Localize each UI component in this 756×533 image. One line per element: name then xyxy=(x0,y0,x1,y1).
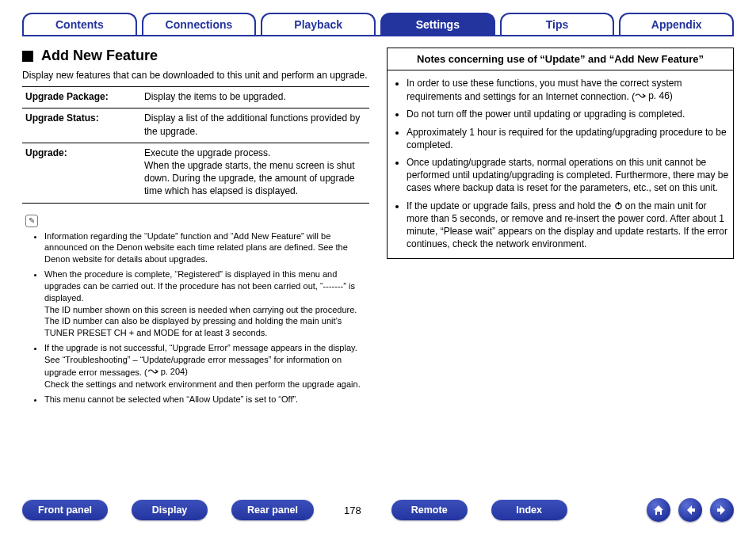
footer: Front panel Display Rear panel 178 Remot… xyxy=(22,482,734,533)
rear-panel-button[interactable]: Rear panel xyxy=(231,500,314,520)
row-upgrade: Upgrade: Execute the upgrade process. Wh… xyxy=(22,143,369,203)
desc-upgrade: Execute the upgrade process. When the up… xyxy=(141,143,369,203)
arrow-left-icon xyxy=(684,504,697,516)
home-icon xyxy=(652,504,665,516)
note-text: Once updating/upgrade starts, normal ope… xyxy=(407,157,728,193)
list-item: Do not turn off the power until updating… xyxy=(407,108,730,120)
notes-box-list: In order to use these functions, you mus… xyxy=(388,77,730,250)
page-ref-text: p. 46) xyxy=(648,89,673,102)
section-title: Add New Feature xyxy=(41,48,158,64)
row-upgrade-package: Upgrade Package: Display the items to be… xyxy=(22,87,369,109)
note-text: When the procedure is complete, “Registe… xyxy=(44,269,355,303)
note-icon: ✎ xyxy=(25,215,38,227)
term-upgrade: Upgrade: xyxy=(22,143,141,203)
display-button[interactable]: Display xyxy=(132,500,208,520)
note-text: Approximately 1 hour is required for the… xyxy=(407,127,727,150)
note-text: Information regarding the “Update” funct… xyxy=(44,231,348,265)
list-item: This menu cannot be selected when “Allow… xyxy=(44,394,369,405)
next-page-button[interactable] xyxy=(710,498,734,522)
desc-upgrade-package: Display the items to be upgraded. xyxy=(141,87,369,109)
note-text: If the upgrade is not successful, “Upgra… xyxy=(44,343,357,377)
term-upgrade-status: Upgrade Status: xyxy=(22,109,141,143)
list-item: If the update or upgrade fails, press an… xyxy=(407,200,730,251)
tab-settings[interactable]: Settings xyxy=(380,13,495,35)
left-notes-list: Information regarding the “Update” funct… xyxy=(22,230,369,405)
tab-playback[interactable]: Playback xyxy=(261,13,376,35)
list-item: Information regarding the “Update” funct… xyxy=(44,230,369,266)
page-ref-link[interactable]: p. 46) xyxy=(635,89,673,102)
list-item: When the procedure is complete, “Registe… xyxy=(44,268,369,339)
page-number: 178 xyxy=(338,504,368,516)
note-text: The ID number shown on this screen is ne… xyxy=(44,304,369,316)
front-panel-button[interactable]: Front panel xyxy=(22,500,108,520)
tab-contents[interactable]: Contents xyxy=(22,13,137,35)
tab-appendix[interactable]: Appendix xyxy=(619,13,734,35)
definitions-table: Upgrade Package: Display the items to be… xyxy=(22,86,369,203)
list-item: Approximately 1 hour is required for the… xyxy=(407,126,730,151)
top-tabs: Contents Connections Playback Settings T… xyxy=(22,13,734,36)
row-upgrade-status: Upgrade Status: Display a list of the ad… xyxy=(22,109,369,143)
power-icon xyxy=(614,200,623,209)
remote-button[interactable]: Remote xyxy=(391,500,468,520)
note-text: The ID number can also be displayed by p… xyxy=(44,315,369,339)
list-item: If the upgrade is not successful, “Upgra… xyxy=(44,342,369,390)
home-button[interactable] xyxy=(647,498,670,522)
notes-box-heading: Notes concerning use of “Update” and “Ad… xyxy=(388,48,733,70)
page-ref-link[interactable]: p. 204) xyxy=(147,366,188,378)
prev-page-button[interactable] xyxy=(678,498,702,522)
note-text: This menu cannot be selected when “Allow… xyxy=(44,394,298,404)
square-bullet-icon xyxy=(22,51,33,62)
index-button[interactable]: Index xyxy=(491,500,567,520)
list-item: Once updating/upgrade starts, normal ope… xyxy=(407,156,730,195)
arrow-right-icon xyxy=(716,504,728,516)
note-text: Check the settings and network environme… xyxy=(44,379,369,390)
section-intro: Display new features that can be downloa… xyxy=(22,69,369,82)
term-upgrade-package: Upgrade Package: xyxy=(22,87,141,109)
page-ref-text: p. 204) xyxy=(161,366,188,378)
tab-tips[interactable]: Tips xyxy=(500,13,615,35)
list-item: In order to use these functions, you mus… xyxy=(407,77,730,103)
desc-upgrade-status: Display a list of the additional functio… xyxy=(141,109,369,143)
note-text: Do not turn off the power until updating… xyxy=(407,109,685,120)
note-text: If the update or upgrade fails, press an… xyxy=(407,200,614,211)
tab-connections[interactable]: Connections xyxy=(142,13,257,35)
notes-box: Notes concerning use of “Update” and “Ad… xyxy=(387,48,734,259)
